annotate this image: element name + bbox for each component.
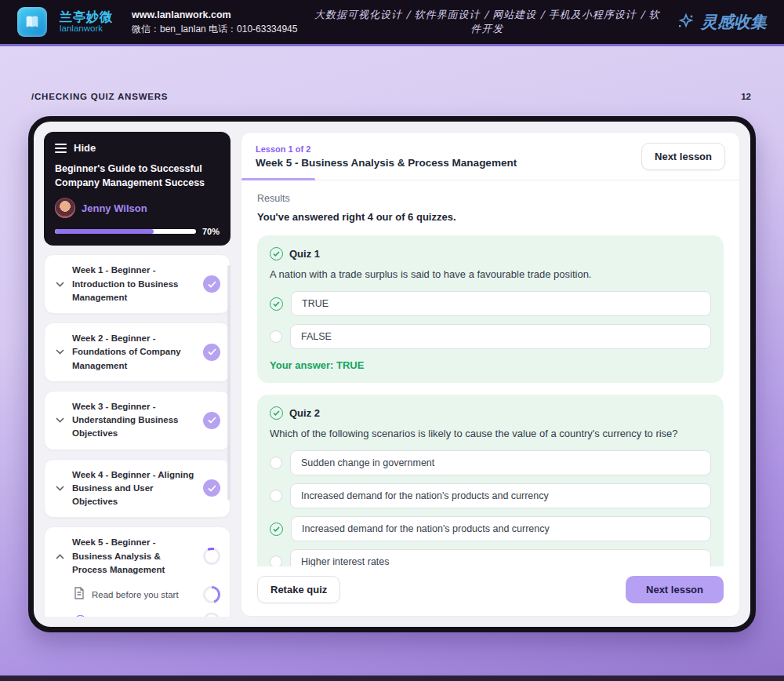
option-text[interactable]: Sudden change in government [290,450,711,475]
active-tab-indicator [241,178,315,180]
quiz1-card: Quiz 1 A nation with a trade surplus is … [257,235,724,383]
hide-sidebar-button[interactable]: Hide [55,142,220,154]
check-complete-icon [203,479,220,497]
radio-empty-icon [270,330,282,343]
sidebar-item-week5[interactable]: Week 5 - Beginner - Business Analysis & … [44,526,230,617]
quiz-title: Quiz 2 [289,407,320,419]
progress-percent: 70% [202,227,220,236]
brand-name-en: lanlanwork [60,24,113,34]
lesson-count-label: Lesson 1 of 2 [256,144,517,154]
bottom-strip [0,676,784,681]
course-title: Beginner's Guide to Successful Company M… [55,162,220,190]
chevron-up-icon [54,551,65,562]
results-section: Results You've answered right 4 our of 6… [241,180,739,566]
lesson-header: Lesson 1 of 2 Week 5 - Business Analysis… [241,133,739,180]
radio-empty-icon [270,490,282,502]
results-label: Results [257,193,724,204]
quiz2-option-2[interactable]: Increased demand for the nation's produc… [270,483,711,508]
course-sidebar: Hide Beginner's Guide to Successful Comp… [44,132,230,617]
sidebar-item-week4[interactable]: Week 4 - Beginner - Aligning Business an… [44,459,230,519]
quiz-question: Which of the following scenarios is like… [270,428,711,439]
quiz-correct-icon [270,247,283,260]
chevron-down-icon [54,415,65,426]
quiz2-option-4[interactable]: Higher interest rates [270,549,711,566]
quiz2-option-3[interactable]: Increased demand for the nation's produc… [270,516,711,541]
sidebar-item-week1[interactable]: Week 1 - Beginner - Introduction to Busi… [44,254,230,314]
lesson-panel: Lesson 1 of 2 Week 5 - Business Analysis… [241,132,740,617]
progress-ring-icon [203,548,220,565]
next-lesson-top-button[interactable]: Next lesson [641,143,725,170]
option-text[interactable]: FALSE [290,324,711,349]
sidebar-item-label: Week 2 - Beginner - Foundations of Compa… [72,332,196,373]
contact-block: www.lanlanwork.com 微信：ben_lanlan 电话：010-… [132,9,297,35]
sparkle-star-icon [677,13,695,31]
quiz-question: A nation with a trade surplus is said to… [270,268,711,280]
quiz2-card: Quiz 2 Which of the following scenarios … [257,395,724,566]
course-header-card: Hide Beginner's Guide to Successful Comp… [44,132,230,246]
document-icon [74,587,85,603]
quiz1-option-true[interactable]: TRUE [270,291,711,316]
contact-info: 微信：ben_lanlan 电话：010-63334945 [132,24,297,35]
page-title: /CHECKING QUIZ ANSWERS [31,92,168,101]
quiz-title: Quiz 1 [289,248,320,260]
quiz-footer: Retake quiz Next lesson [241,566,739,616]
check-complete-icon [203,275,220,293]
option-text[interactable]: Increased demand for the nation's produc… [291,516,711,541]
sidebar-scrollbar[interactable] [227,265,230,501]
selected-answer-icon [270,297,283,311]
avatar [55,198,75,218]
quiz1-option-false[interactable]: FALSE [270,324,711,349]
option-text[interactable]: Higher interest rates [290,549,711,566]
progress-fill [55,229,154,234]
sidebar-item-week2[interactable]: Week 2 - Beginner - Foundations of Compa… [44,322,230,382]
quiz2-option-1[interactable]: Sudden change in government [270,450,711,475]
subitem-label: Read before you start [92,590,196,599]
empty-status-icon [203,613,220,617]
progress-track [55,229,196,234]
course-progress: 70% [55,227,220,236]
lesson-title: Week 5 - Business Analysis & Process Man… [256,157,517,169]
sidebar-item-label: Week 5 - Beginner - Business Analysis & … [72,536,196,577]
radio-empty-icon [270,555,282,566]
selected-answer-icon [270,523,283,536]
results-summary: You've answered right 4 our of 6 quizzes… [257,211,724,223]
website-url: www.lanlanwork.com [132,9,297,21]
retake-quiz-button[interactable]: Retake quiz [257,576,340,603]
menu-icon [55,144,67,153]
option-text[interactable]: TRUE [291,291,711,316]
chevron-down-icon [54,347,65,358]
sidebar-subitem-lesson1-module1[interactable]: ? Lesson1_Module1 [54,613,220,617]
collection-label: 灵感收集 [701,11,767,33]
option-text[interactable]: Increased demand for the nation's produc… [290,483,711,508]
top-banner: 兰亭妙微 lanlanwork www.lanlanwork.com 微信：be… [0,0,784,46]
hide-label: Hide [74,142,96,154]
services-tagline: 大数据可视化设计 / 软件界面设计 / 网站建设 / 手机及小程序设计 / 软件… [310,8,664,36]
inspiration-collection: 灵感收集 [677,11,767,33]
sidebar-item-label: Week 3 - Beginner - Understanding Busine… [72,400,196,441]
chevron-down-icon [54,483,65,493]
question-icon: ? [74,615,87,617]
sidebar-item-label: Week 1 - Beginner - Introduction to Busi… [72,264,196,304]
brand-name-cn: 兰亭妙微 [60,10,113,24]
check-complete-icon [203,344,220,361]
your-answer-text: Your answer: TRUE [270,359,711,371]
sidebar-item-week3[interactable]: Week 3 - Beginner - Understanding Busine… [44,391,230,450]
progress-ring-icon [203,586,220,603]
page-number: 12 [741,92,751,101]
brand-name: 兰亭妙微 lanlanwork [60,10,113,34]
app-window: Hide Beginner's Guide to Successful Comp… [28,116,756,632]
sidebar-item-label: Week 4 - Beginner - Aligning Business an… [72,468,196,509]
quiz-correct-icon [270,406,283,420]
check-complete-icon [203,412,220,429]
sidebar-subitem-read-before[interactable]: Read before you start [54,586,220,603]
chevron-down-icon [54,279,65,290]
lanlanwork-logo-icon [17,7,47,37]
next-lesson-button[interactable]: Next lesson [626,576,724,603]
radio-empty-icon [270,457,282,469]
user-name: Jenny Wilson [82,202,147,214]
